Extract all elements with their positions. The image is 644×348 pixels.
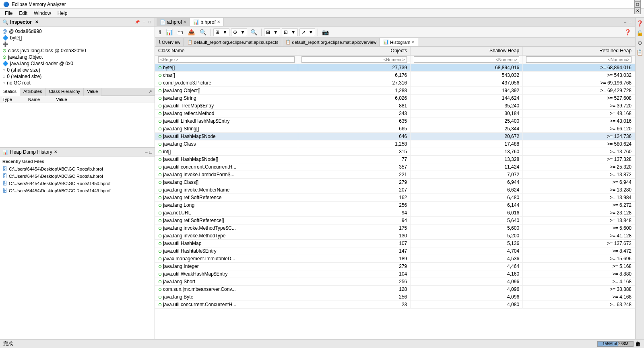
maximize-button[interactable]: □ — [634, 1, 641, 8]
table-row[interactable]: ⊙java.lang.invoke.MemberName2076,624>= 1… — [155, 186, 635, 194]
table-row[interactable]: ⊙java.lang.String[]66525,344>= 66,120 — [155, 125, 635, 133]
table-row[interactable]: ⊙java.lang.invoke.MethodType1305,200>= 4… — [155, 232, 635, 240]
inner-tab-overview[interactable]: ℹ Overview — [156, 38, 184, 46]
table-row[interactable]: ⊙java.lang.ref.SoftReference1626,480>= 1… — [155, 194, 635, 202]
table-row[interactable]: ⊙java.util.concurrent.ConcurrentH...234,… — [155, 301, 635, 309]
sidebar-btn-3[interactable]: ⊙ — [637, 39, 643, 47]
table-row[interactable]: ⊙java.util.Hashtable$Entry1474,704>= 8,4… — [155, 247, 635, 255]
inspector-pin-button[interactable]: 📌 — [134, 19, 141, 25]
filter-shallow-input[interactable] — [414, 56, 519, 63]
table-row[interactable]: ⊙int[]31513,760>= 13,760 — [155, 148, 635, 156]
menu-edit[interactable]: Edit — [16, 10, 31, 17]
editor-tab-ahprof[interactable]: 📄 a.hprof ✕ — [157, 18, 190, 26]
table-row[interactable]: ⊙java.util.LinkedHashMap$Entry63525,400>… — [155, 117, 635, 125]
table-row[interactable]: ⊙java.util.WeakHashMap$Entry1044,160>= 8… — [155, 270, 635, 278]
close-button[interactable]: ✕ — [634, 8, 641, 14]
menu-help[interactable]: Help — [54, 10, 71, 17]
table-row[interactable]: ⊙char[]6,176543,032>= 543,032 — [155, 72, 635, 79]
table-row[interactable]: ⊙java.lang.Object[]1,288194,392>= 69,429… — [155, 87, 635, 95]
tab-statics[interactable]: Statics — [0, 88, 20, 96]
filter-objects-cell[interactable] — [298, 55, 411, 64]
group-btn-5[interactable]: ⊞ — [264, 29, 272, 36]
editor-tab-bhprof-close[interactable]: ✕ — [217, 20, 220, 24]
table-row[interactable]: ⊙java.lang.Integer2794,464>= 5,168 — [155, 263, 635, 270]
group-btn-4[interactable]: ▼ — [239, 29, 247, 36]
heap-file-1[interactable]: 🗄 C:\Users\64454\Desktop\ABC\GC Roots\a.… — [2, 173, 152, 180]
table-row[interactable]: ⊙com.ljw.demo3.Picture27,316437,056>= 69… — [155, 79, 635, 87]
tab-class-hierarchy[interactable]: Class Hierarchy — [45, 88, 84, 96]
bar-chart-button[interactable]: 📊 — [164, 28, 174, 36]
table-row[interactable]: ⊙javax.management.ImmutableD...1894,536>… — [155, 255, 635, 263]
tab-attributes[interactable]: Attributes — [20, 88, 45, 96]
table-row[interactable]: ⊙java.util.HashMap1075,136>= 137,672 — [155, 240, 635, 247]
table-scroll[interactable]: Class Name Objects Shallow Heap Retained… — [155, 47, 635, 339]
menu-window[interactable]: Window — [31, 10, 54, 17]
tab-value[interactable]: Value — [84, 88, 101, 96]
table-row[interactable]: ⊙java.lang.ref.SoftReference[]945,640>= … — [155, 217, 635, 224]
filter-retained-input[interactable] — [526, 56, 632, 63]
table-row[interactable]: ⊙java.lang.reflect.Method34330,184>= 48,… — [155, 110, 635, 117]
table-row[interactable]: ⊙com.sun.jmx.mbeanserver.Conv...1284,096… — [155, 286, 635, 293]
table-row[interactable]: ⊙java.util.TreeMap$Entry88135,240>= 39,7… — [155, 102, 635, 110]
col-objects[interactable]: Objects — [298, 47, 411, 55]
menu-file[interactable]: File — [2, 10, 16, 17]
inspector-maximize-button[interactable]: □ — [147, 19, 152, 25]
table-row[interactable]: ⊙java.lang.Class[]2796,944>= 6,944 — [155, 179, 635, 186]
filter-button[interactable]: 🔍 — [198, 28, 208, 36]
info-button[interactable]: ℹ — [157, 28, 163, 36]
col-shallow[interactable]: Shallow Heap — [411, 47, 523, 55]
filter-shallow-cell[interactable] — [411, 55, 523, 64]
heap-file-2[interactable]: 🗄 C:\Users\64454\Desktop\ABC\GC Roots\14… — [2, 180, 152, 187]
editor-minimize-button[interactable]: – — [623, 19, 627, 25]
group-btn-7[interactable]: ⊡ — [282, 29, 289, 36]
gc-button[interactable]: 🗑 — [635, 341, 641, 347]
editor-tab-ahprof-close[interactable]: ✕ — [183, 20, 186, 24]
table-row[interactable]: ⊙java.lang.Long2566,144>= 6,272 — [155, 202, 635, 209]
inner-tab-suspects[interactable]: 📋 default_report org.eclipse.mat.api:sus… — [184, 38, 282, 46]
sidebar-btn-2[interactable]: 🔒 — [636, 29, 644, 37]
filter-objects-input[interactable] — [301, 56, 407, 63]
heap-dump-minimize-button[interactable]: – — [145, 149, 148, 155]
memory-bar[interactable]: 155M of 268M — [597, 341, 634, 347]
table-row[interactable]: ⊙java.lang.Class1,25817,488>= 580,624 — [155, 140, 635, 148]
heap-file-0[interactable]: 🗄 C:\Users\64454\Desktop\ABC\GC Roots\b.… — [2, 165, 152, 173]
heap-dump-maximize-button[interactable]: □ — [149, 149, 152, 155]
sidebar-btn-4[interactable]: 📋 — [636, 48, 644, 56]
snapshot-button[interactable]: 📷 — [320, 28, 330, 36]
table-row[interactable]: ⊙java.lang.Short2564,096>= 4,168 — [155, 278, 635, 286]
editor-maximize-button[interactable]: □ — [628, 19, 632, 25]
table-row[interactable]: ⊙byte[]27,73968,894,016>= 68,894,016 — [155, 64, 635, 72]
filter-classname-cell[interactable] — [155, 55, 298, 64]
table-row[interactable]: ⊙java.lang.invoke.MethodType$C...1755,60… — [155, 224, 635, 232]
col-retained[interactable]: Retained Heap — [523, 47, 635, 55]
group-btn-1[interactable]: ⊞ — [214, 29, 221, 36]
filter-classname-input[interactable] — [158, 56, 295, 63]
table-row[interactable]: ⊙java.lang.Byte2564,096>= 4,168 — [155, 293, 635, 301]
search-button[interactable]: 🔍 — [249, 28, 259, 36]
group-btn-10[interactable]: ▼ — [307, 29, 315, 36]
table-row[interactable]: ⊙java.util.concurrent.ConcurrentH...3571… — [155, 163, 635, 171]
inner-tab-histogram-close[interactable]: ✕ — [411, 40, 415, 44]
group-btn-3[interactable]: ⊙ — [231, 29, 239, 36]
help-button[interactable]: ❓ — [623, 28, 633, 36]
table-row[interactable]: ⊙java.util.HashMap$Node64620,672>= 124,7… — [155, 133, 635, 140]
inner-tab-api-overview[interactable]: 📋 default_report org.eclipse.mat.api:ove… — [282, 38, 380, 46]
sidebar-btn-1[interactable]: ❓ — [636, 19, 644, 27]
table-row[interactable]: ⊙java.util.HashMap$Node[]7713,328>= 137,… — [155, 156, 635, 163]
heap-dump-close-icon[interactable]: ✕ — [54, 150, 57, 154]
table-button[interactable]: 🗃 — [176, 28, 185, 36]
group-btn-6[interactable]: ▼ — [272, 29, 280, 36]
col-classname[interactable]: Class Name — [155, 47, 298, 55]
tab-expand-icon[interactable]: ↗ — [146, 88, 155, 96]
inner-tab-histogram[interactable]: 📊 Histogram ✕ — [380, 38, 418, 46]
inspector-minimize-button[interactable]: – — [142, 19, 147, 25]
table-row[interactable]: ⊙java.lang.String6,026144,624>= 527,608 — [155, 95, 635, 102]
group-btn-2[interactable]: ▼ — [221, 29, 229, 36]
group-btn-8[interactable]: ▼ — [289, 29, 297, 36]
inspector-close-icon[interactable]: ✕ — [35, 20, 38, 24]
editor-tab-bhprof[interactable]: 📊 b.hprof ✕ — [190, 18, 223, 26]
table-row[interactable]: ⊙java.lang.invoke.LambdaForm$...2217,072… — [155, 171, 635, 179]
filter-retained-cell[interactable] — [523, 55, 635, 64]
heap-file-3[interactable]: 🗄 C:\Users\64454\Desktop\ABC\GC Roots\14… — [2, 187, 152, 194]
table-row[interactable]: ⊙java.net.URL946,016>= 23,128 — [155, 209, 635, 217]
